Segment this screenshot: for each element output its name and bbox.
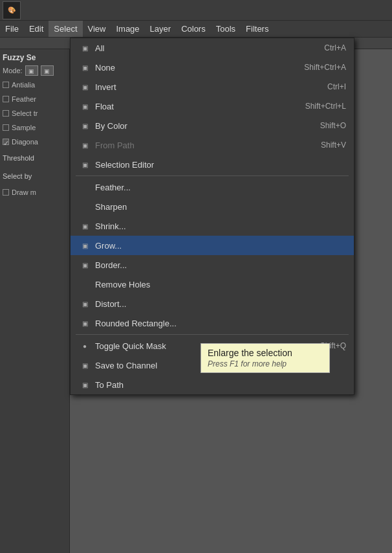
antialias-checkbox[interactable] <box>3 82 9 88</box>
menu-colors[interactable]: Colors <box>176 21 211 37</box>
feather-menu-label: Feather... <box>95 183 131 192</box>
select-tr-row: Select tr <box>3 106 67 120</box>
menu-layer[interactable]: Layer <box>145 21 177 37</box>
border-icon: ▣ <box>78 258 91 271</box>
diagonal-row: ✓ Diagona <box>3 135 67 149</box>
menu-item-none[interactable]: ▣ None Shift+Ctrl+A <box>71 58 354 77</box>
antialias-label: Antialia <box>12 81 35 89</box>
none-icon: ▣ <box>78 61 91 74</box>
mode-label: Mode: <box>3 67 23 74</box>
distort-icon: ▣ <box>78 297 91 310</box>
sample-checkbox[interactable] <box>3 124 9 131</box>
menu-view[interactable]: View <box>83 21 111 37</box>
removeholes-label: Remove Holes <box>95 280 150 289</box>
float-icon: ▣ <box>78 100 91 113</box>
invert-icon: ▣ <box>78 80 91 93</box>
sample-label: Sample <box>12 124 36 131</box>
drawmode-label: Draw m <box>12 188 36 196</box>
select-tr-checkbox[interactable] <box>3 110 9 117</box>
shrink-label: Shrink... <box>95 221 126 231</box>
grow-label: Grow... <box>95 241 122 251</box>
all-label: All <box>95 43 104 53</box>
togglemask-label: Toggle Quick Mask <box>95 341 166 351</box>
menu-image[interactable]: Image <box>111 21 144 37</box>
menu-item-sharpen[interactable]: Sharpen <box>71 197 354 216</box>
menu-select[interactable]: Select <box>49 21 82 37</box>
menu-item-roundedrect[interactable]: ▣ Rounded Rectangle... <box>71 313 354 333</box>
sharpen-icon <box>78 200 91 213</box>
frompath-shortcut: Shift+V <box>321 141 346 150</box>
selectby-label: Select by <box>3 172 32 180</box>
invert-label: Invert <box>95 82 116 92</box>
tooltip-sub-text: Press F1 for more help <box>208 359 323 368</box>
menu-item-distort[interactable]: ▣ Distort... <box>71 294 354 313</box>
bycolor-icon: ▣ <box>78 119 91 132</box>
tool-name: Fuzzy Se <box>3 52 67 63</box>
antialias-row: Antialia <box>3 78 67 92</box>
topath-label: To Path <box>95 380 124 390</box>
select-dropdown-menu: ▣ All Ctrl+A ▣ None Shift+Ctrl+A ▣ Inver… <box>70 38 354 395</box>
removeholes-icon <box>78 278 91 291</box>
app-icon: 🎨 <box>3 1 21 19</box>
feather-checkbox[interactable] <box>3 96 9 102</box>
menu-item-all[interactable]: ▣ All Ctrl+A <box>71 38 354 58</box>
togglemask-icon: ● <box>78 339 91 352</box>
feather-row: Feather <box>3 92 67 106</box>
mode-selector[interactable]: ▣ <box>25 65 38 76</box>
menu-item-float[interactable]: ▣ Float Shift+Ctrl+L <box>71 96 354 116</box>
seleditor-label: Selection Editor <box>95 160 154 170</box>
frompath-label: From Path <box>95 141 135 150</box>
threshold-label: Threshold <box>3 154 34 162</box>
menu-item-border[interactable]: ▣ Border... <box>71 255 354 275</box>
menu-edit[interactable]: Edit <box>24 21 49 37</box>
float-shortcut: Shift+Ctrl+L <box>305 102 346 111</box>
all-icon: ▣ <box>78 41 91 54</box>
threshold-row: Threshold <box>3 149 67 167</box>
menu-item-seleditor[interactable]: ▣ Selection Editor <box>71 155 354 174</box>
select-tr-label: Select tr <box>12 109 38 117</box>
border-label: Border... <box>95 260 127 270</box>
shrink-icon: ▣ <box>78 220 91 232</box>
feather-menu-icon <box>78 181 91 194</box>
roundedrect-label: Rounded Rectangle... <box>95 319 177 328</box>
menu-item-bycolor[interactable]: ▣ By Color Shift+O <box>71 116 354 135</box>
separator-1 <box>76 175 349 176</box>
mode-selector2[interactable]: ▣ <box>41 65 54 76</box>
grow-icon: ▣ <box>78 239 91 252</box>
none-shortcut: Shift+Ctrl+A <box>304 63 346 72</box>
menu-item-removeholes[interactable]: Remove Holes <box>71 275 354 294</box>
app-icon-symbol: 🎨 <box>8 6 16 14</box>
sample-row: Sample <box>3 120 67 135</box>
drawmode-checkbox[interactable] <box>3 189 9 196</box>
top-bar: 🎨 <box>0 0 392 21</box>
roundedrect-icon: ▣ <box>78 317 91 330</box>
invert-shortcut: Ctrl+I <box>327 82 346 91</box>
menu-item-topath[interactable]: ▣ To Path <box>71 375 354 394</box>
distort-label: Distort... <box>95 299 126 309</box>
mode-row: Mode: ▣ ▣ <box>3 63 67 78</box>
all-shortcut: Ctrl+A <box>324 43 346 52</box>
none-label: None <box>95 63 115 73</box>
selectby-row: Select by <box>3 167 67 185</box>
menu-bar: File Edit Select View Image Layer Colors… <box>0 21 392 38</box>
menu-filters[interactable]: Filters <box>241 21 274 37</box>
diagonal-checkbox[interactable]: ✓ <box>3 139 9 145</box>
seleditor-icon: ▣ <box>78 158 91 171</box>
tooltip-main-text: Enlarge the selection <box>208 348 323 358</box>
menu-item-shrink[interactable]: ▣ Shrink... <box>71 216 354 236</box>
separator-2 <box>76 334 349 335</box>
menu-item-feather[interactable]: Feather... <box>71 177 354 197</box>
feather-label: Feather <box>12 95 36 103</box>
menu-tools[interactable]: Tools <box>211 21 241 37</box>
menu-file[interactable]: File <box>0 21 24 37</box>
menu-item-frompath: ▣ From Path Shift+V <box>71 135 354 155</box>
drawmode-row: Draw m <box>3 185 67 199</box>
tooltip: Enlarge the selection Press F1 for more … <box>201 343 330 373</box>
menu-item-invert[interactable]: ▣ Invert Ctrl+I <box>71 77 354 96</box>
sharpen-label: Sharpen <box>95 202 127 212</box>
float-label: Float <box>95 102 114 111</box>
savetochan-label: Save to Channel <box>95 361 157 370</box>
savetochan-icon: ▣ <box>78 359 91 372</box>
bycolor-label: By Color <box>95 121 127 131</box>
menu-item-grow[interactable]: ▣ Grow... <box>71 236 354 255</box>
